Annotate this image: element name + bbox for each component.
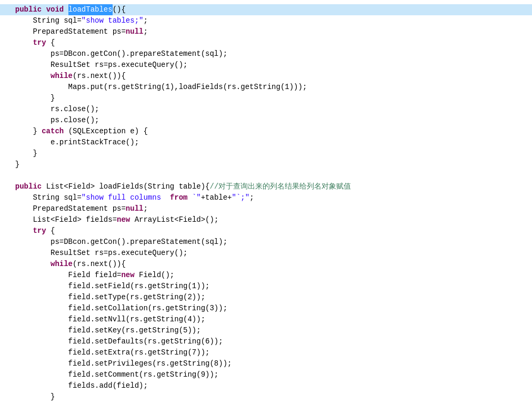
selected-method-name: loadTables xyxy=(68,4,113,15)
code-line-30: field.setKey(rs.getString(5)); xyxy=(0,325,532,336)
code-line-1: public void loadTables(){ xyxy=(0,4,532,15)
code-line-5: ps=DBcon.getCon().prepareStatement(sql); xyxy=(0,48,532,60)
code-line-6: ResultSet rs=ps.executeQuery(); xyxy=(0,60,532,71)
code-line-17: public List<Field> loadFields(String tab… xyxy=(0,181,532,192)
code-line-34: field.setComment(rs.getString(9)); xyxy=(0,369,532,380)
code-line-26: field.setField(rs.getString(1)); xyxy=(0,281,532,292)
code-line-24: while(rs.next()){ xyxy=(0,259,532,270)
code-line-12: } catch (SQLException e) { xyxy=(0,126,532,137)
code-line-20: List<Field> fields=new ArrayList<Field>(… xyxy=(0,214,532,225)
keyword-void: void xyxy=(46,4,64,15)
code-line-2: String sql="show tables;"; xyxy=(0,15,532,26)
keyword-public: public xyxy=(15,4,42,15)
code-line-9: } xyxy=(0,93,532,104)
code-line-7: while(rs.next()){ xyxy=(0,71,532,82)
code-line-16 xyxy=(0,170,532,181)
code-line-28: field.setCollation(rs.getString(3)); xyxy=(0,303,532,314)
code-line-4: try { xyxy=(0,37,532,48)
code-line-33: field.setPrivileges(rs.getString(8)); xyxy=(0,358,532,369)
code-line-23: ResultSet rs=ps.executeQuery(); xyxy=(0,248,532,259)
code-line-22: ps=DBcon.getCon().prepareStatement(sql); xyxy=(0,237,532,248)
code-line-14: } xyxy=(0,148,532,159)
code-line-21: try { xyxy=(0,225,532,237)
code-line-36: } xyxy=(0,391,532,402)
code-line-15: } xyxy=(0,159,532,170)
code-line-13: e.printStackTrace(); xyxy=(0,137,532,148)
code-line-31: field.setDefaults(rs.getString(6)); xyxy=(0,336,532,347)
code-line-32: field.setExtra(rs.getString(7)); xyxy=(0,347,532,358)
code-line-8: Maps.put(rs.getString(1),loadFields(rs.g… xyxy=(0,82,532,93)
code-line-29: field.setNvll(rs.getString(4)); xyxy=(0,314,532,325)
code-line-27: field.setType(rs.getString(2)); xyxy=(0,292,532,303)
code-line-19: PreparedStatement ps=null; xyxy=(0,203,532,214)
code-line-18: String sql="show full columns from `"+ta… xyxy=(0,192,532,203)
indent xyxy=(6,4,15,15)
code-line-10: rs.close(); xyxy=(0,104,532,115)
code-line-35: fields.add(field); xyxy=(0,380,532,391)
code-line-3: PreparedStatement ps=null; xyxy=(0,26,532,37)
code-line-25: Field field=new Field(); xyxy=(0,270,532,281)
code-container: public void loadTables(){ String sql="sh… xyxy=(0,0,532,403)
code-line-11: ps.close(); xyxy=(0,115,532,126)
